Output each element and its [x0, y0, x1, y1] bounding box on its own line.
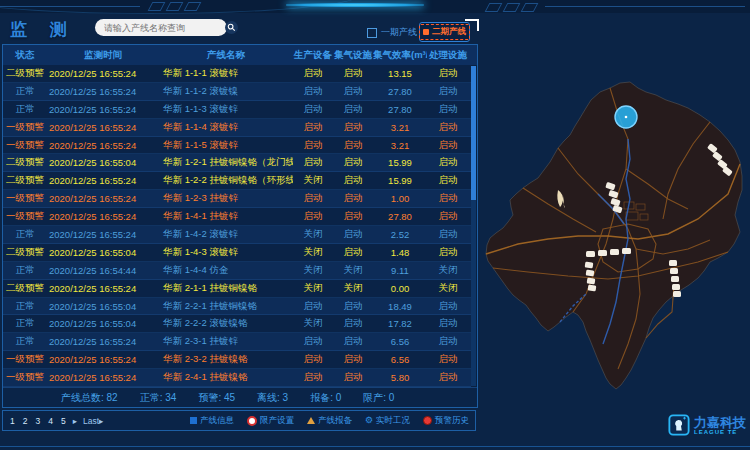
table-row[interactable]: 正常2020/12/25 16:55:24华新 1-1-3 滚镀锌启动启动27.… [3, 101, 471, 119]
name-cell: 华新 2-3-1 挂镀锌 [159, 335, 293, 348]
table-row[interactable]: 二级预警2020/12/25 16:55:24华新 2-1-1 挂镀铜镍铬关闭关… [3, 280, 471, 298]
eff-cell: 3.21 [373, 140, 427, 151]
equip-cell: 启动 [293, 335, 333, 348]
table-row[interactable]: 正常2020/12/25 16:55:24华新 1-1-2 滚镀镍启动启动27.… [3, 83, 471, 101]
eff-cell: 6.56 [373, 354, 427, 365]
toolbar-legend: 产线信息限产设置产线报备⚙实时工况预警历史 [190, 415, 469, 427]
logo-subtitle: LEAGUE TE [694, 429, 746, 435]
name-cell: 华新 1-4-3 滚镀锌 [159, 246, 293, 259]
table-row[interactable]: 一级预警2020/12/25 16:55:24华新 2-3-2 挂镀镍铬启动启动… [3, 351, 471, 369]
treat-cell: 启动 [427, 353, 469, 366]
table-row[interactable]: 二级预警2020/12/25 16:55:04华新 1-2-1 挂镀铜镍铬（龙门… [3, 154, 471, 172]
column-header: 集气设施 [333, 49, 373, 62]
toolbar-item-限产设置[interactable]: 限产设置 [247, 415, 294, 427]
search-input[interactable] [95, 23, 225, 33]
status-cell: 一级预警 [3, 139, 47, 152]
table-row[interactable]: 二级预警2020/12/25 16:55:24华新 1-1-1 滚镀锌启动启动1… [3, 65, 471, 83]
treat-cell: 启动 [427, 228, 469, 241]
gas-cell: 关闭 [333, 264, 373, 277]
table-row[interactable]: 一级预警2020/12/25 16:55:24华新 1-4-1 挂镀锌启动启动2… [3, 208, 471, 226]
time-cell: 2020/12/25 16:55:24 [47, 122, 159, 133]
deco-box [503, 3, 521, 12]
status-cell: 二级预警 [3, 174, 47, 187]
table-row[interactable]: 一级预警2020/12/25 16:55:24华新 2-4-1 挂镀镍铬启动启动… [3, 369, 471, 387]
line-report-icon [307, 417, 315, 424]
name-cell: 华新 1-2-1 挂镀铜镍铬（龙门线） [159, 156, 293, 169]
eff-cell: 3.21 [373, 122, 427, 133]
table-row[interactable]: 二级预警2020/12/25 16:55:04华新 1-4-3 滚镀锌关闭启动1… [3, 244, 471, 262]
toolbar-item-产线报备[interactable]: 产线报备 [307, 415, 352, 427]
pagination: 12345▸Last▸ [9, 416, 103, 426]
scrollbar-thumb[interactable] [471, 66, 476, 200]
name-cell: 华新 2-2-1 挂镀铜镍铬 [159, 300, 293, 313]
time-cell: 2020/12/25 16:55:24 [47, 372, 159, 383]
status-cell: 二级预警 [3, 156, 47, 169]
page-2[interactable]: 2 [22, 416, 29, 426]
table-header-row: 状态监测时间产线名称生产设备集气设施集气效率(m³/s)处理设施 [3, 45, 477, 65]
equip-cell: 启动 [293, 210, 333, 223]
treat-cell: 启动 [427, 121, 469, 134]
time-cell: 2020/12/25 16:55:24 [47, 283, 159, 294]
page-3[interactable]: 3 [34, 416, 41, 426]
cluster-marker[interactable] [615, 106, 637, 128]
eff-cell: 15.99 [373, 157, 427, 168]
name-cell: 华新 1-1-2 滚镀镍 [159, 85, 293, 98]
status-cell: 二级预警 [3, 282, 47, 295]
toolbar-item-产线信息[interactable]: 产线信息 [190, 415, 234, 427]
status-cell: 正常 [3, 264, 47, 277]
table-row[interactable]: 一级预警2020/12/25 16:55:24华新 1-1-5 滚镀锌启动启动3… [3, 137, 471, 155]
treat-cell: 启动 [427, 103, 469, 116]
table-row[interactable]: 正常2020/12/25 16:55:24华新 1-4-2 滚镀锌关闭启动2.5… [3, 226, 471, 244]
stat-报备: 报备: 0 [310, 391, 341, 405]
gas-cell: 启动 [333, 192, 373, 205]
page-4[interactable]: 4 [47, 416, 54, 426]
next-page-button[interactable]: ▸ [73, 416, 77, 426]
page-5[interactable]: 5 [60, 416, 67, 426]
equip-cell: 启动 [293, 121, 333, 134]
table-row[interactable]: 正常2020/12/25 16:55:04华新 2-2-2 滚镀镍铬关闭启动17… [3, 315, 471, 333]
time-cell: 2020/12/25 16:55:24 [47, 336, 159, 347]
equip-cell: 启动 [293, 139, 333, 152]
district-map[interactable] [478, 44, 750, 414]
search-icon[interactable] [225, 21, 238, 34]
table-row[interactable]: 二级预警2020/12/25 16:55:24华新 1-2-2 挂镀铜镍铬（环形… [3, 172, 471, 190]
toolbar-item-实时工况[interactable]: ⚙实时工况 [365, 415, 410, 427]
toolbar-item-预警历史[interactable]: 预警历史 [423, 415, 469, 427]
status-cell: 正常 [3, 335, 47, 348]
name-cell: 华新 1-1-4 滚镀锌 [159, 121, 293, 134]
table-row[interactable]: 一级预警2020/12/25 16:55:24华新 1-1-4 滚镀锌启动启动3… [3, 119, 471, 137]
gas-cell: 启动 [333, 139, 373, 152]
column-header: 状态 [3, 49, 47, 62]
table-row[interactable]: 正常2020/12/25 16:55:04华新 2-2-1 挂镀铜镍铬启动启动1… [3, 298, 471, 316]
phase1-toggle[interactable]: 一期产线 [367, 26, 417, 39]
bottom-toolbar: 12345▸Last▸ 产线信息限产设置产线报备⚙实时工况预警历史 [2, 410, 476, 431]
table-scrollbar[interactable] [471, 66, 476, 386]
phase1-checkbox[interactable] [367, 28, 377, 38]
eff-cell: 15.99 [373, 175, 427, 186]
status-cell: 一级预警 [3, 353, 47, 366]
time-cell: 2020/12/25 16:55:24 [47, 211, 159, 222]
time-cell: 2020/12/25 16:55:24 [47, 140, 159, 151]
phase1-label: 一期产线 [381, 26, 417, 39]
equip-cell: 关闭 [293, 228, 333, 241]
equip-cell: 启动 [293, 353, 333, 366]
table-row[interactable]: 一级预警2020/12/25 16:55:24华新 1-2-3 挂镀锌启动启动1… [3, 190, 471, 208]
status-cell: 正常 [3, 103, 47, 116]
table-row[interactable]: 正常2020/12/25 16:55:24华新 2-3-1 挂镀锌启动启动6.5… [3, 333, 471, 351]
last-page-button[interactable]: Last▸ [83, 416, 103, 426]
name-cell: 华新 1-4-4 仿金 [159, 264, 293, 277]
eff-cell: 13.15 [373, 68, 427, 79]
time-cell: 2020/12/25 16:55:24 [47, 104, 159, 115]
column-header: 产线名称 [159, 49, 293, 62]
gas-cell: 启动 [333, 67, 373, 80]
page-1[interactable]: 1 [9, 416, 16, 426]
eff-cell: 1.48 [373, 247, 427, 258]
phase2-button[interactable]: 二期产线 [419, 22, 470, 42]
status-cell: 正常 [3, 300, 47, 313]
treat-cell: 启动 [427, 139, 469, 152]
table-row[interactable]: 正常2020/12/25 16:54:44华新 1-4-4 仿金关闭关闭9.11… [3, 262, 471, 280]
limit-setting-icon [247, 416, 257, 426]
stat-产线总数: 产线总数: 82 [61, 391, 118, 405]
time-cell: 2020/12/25 16:55:24 [47, 229, 159, 240]
gas-cell: 启动 [333, 121, 373, 134]
